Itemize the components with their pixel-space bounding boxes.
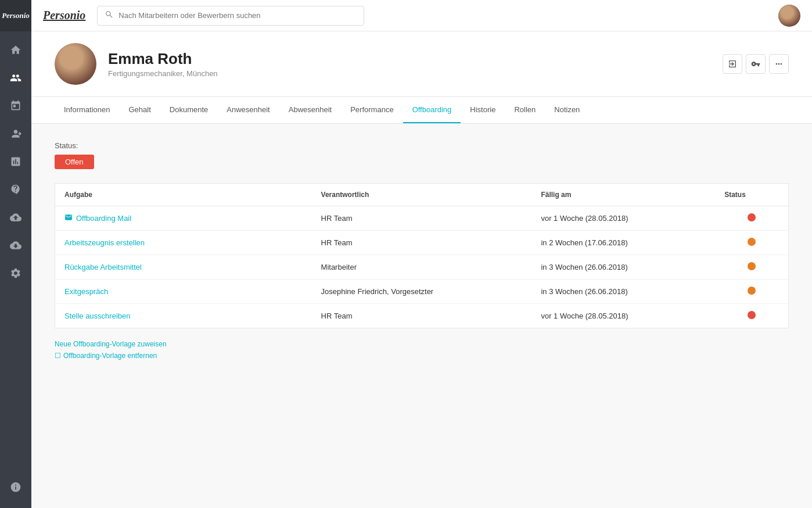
settings-icon [10, 267, 21, 279]
search-input[interactable] [118, 11, 357, 20]
due-cell: vor 1 Woche (28.05.2018) [531, 206, 715, 231]
responsible-cell: Mitarbeiter [312, 255, 532, 280]
status-dot [748, 262, 756, 270]
status-cell [715, 231, 788, 255]
task-link[interactable]: Arbeitszeugnis erstellen [64, 238, 303, 247]
responsible-cell: HR Team [312, 206, 532, 231]
tab-notizen[interactable]: Notizen [545, 97, 589, 123]
sidebar-item-upload[interactable] [0, 203, 31, 231]
status-cell [715, 206, 788, 231]
login-as-button[interactable] [723, 54, 742, 74]
status-section: Status: Offen [55, 141, 789, 169]
key-button[interactable] [746, 54, 766, 74]
download-icon [10, 239, 21, 251]
profile-actions [723, 54, 789, 74]
tab-historie[interactable]: Historie [461, 97, 505, 123]
logo-text: Personio [2, 11, 30, 20]
responsible-cell: HR Team [312, 231, 532, 255]
content-area: Status: Offen Aufgabe Verantwortlich Fäl… [31, 124, 812, 508]
sidebar-item-download[interactable] [0, 231, 31, 259]
employees-icon [10, 72, 21, 84]
table-row: Arbeitszeugnis erstellenHR Teamin 2 Woch… [55, 231, 789, 255]
mail-icon [64, 213, 73, 223]
remove-template-label: Offboarding-Vorlage entfernen [63, 352, 157, 360]
profile-header: Emma Roth Fertigungsmechaniker, München [31, 31, 812, 97]
task-table: Aufgabe Verantwortlich Fällig am Status … [55, 183, 789, 328]
task-link[interactable]: Offboarding Mail [64, 213, 303, 223]
main-area: Personio Emma Roth Fertigungsmechaniker,… [31, 0, 812, 508]
table-row: ExitgesprächJosephine Friedrich, Vorgese… [55, 280, 789, 304]
tab-performance[interactable]: Performance [341, 97, 403, 123]
search-bar[interactable] [97, 6, 364, 26]
sidebar-item-info[interactable] [0, 473, 31, 501]
tab-abwesenheit[interactable]: Abwesenheit [279, 97, 341, 123]
tab-offboarding[interactable]: Offboarding [403, 97, 461, 123]
avatar-image [778, 5, 800, 27]
status-dot [748, 311, 756, 319]
table-row: Offboarding MailHR Teamvor 1 Woche (28.0… [55, 206, 789, 231]
topnav-right [778, 5, 800, 27]
checkbox-icon: ☐ [55, 352, 61, 360]
assign-template-label: Neue Offboarding-Vorlage zuweisen [55, 340, 167, 348]
sidebar-item-calendar[interactable] [0, 92, 31, 120]
top-nav: Personio [31, 0, 812, 31]
tabs-bar: Informationen Gehalt Dokumente Anwesenhe… [31, 97, 812, 124]
recruiting-icon [10, 128, 21, 139]
task-link[interactable]: Exitgespräch [64, 287, 303, 296]
remove-template-link[interactable]: ☐Offboarding-Vorlage entfernen [55, 352, 789, 360]
due-cell: in 3 Wochen (26.06.2018) [531, 280, 715, 304]
status-cell [715, 304, 788, 328]
status-cell [715, 255, 788, 280]
status-dot [748, 213, 756, 221]
search-icon [105, 10, 114, 22]
profile-avatar [55, 43, 96, 85]
status-badge: Offen [55, 155, 94, 169]
sidebar-item-recruiting[interactable] [0, 120, 31, 148]
sidebar-item-settings[interactable] [0, 259, 31, 287]
tab-gehalt[interactable]: Gehalt [120, 97, 160, 123]
task-label: Offboarding Mail [76, 214, 131, 223]
sidebar: Personio [0, 0, 31, 508]
tab-rollen[interactable]: Rollen [505, 97, 545, 123]
home-icon [10, 44, 21, 56]
task-label: Exitgespräch [64, 287, 108, 296]
col-header-verantwortlich: Verantwortlich [312, 184, 532, 206]
due-cell: in 2 Wochen (17.06.2018) [531, 231, 715, 255]
sidebar-item-reports[interactable] [0, 148, 31, 176]
profile-name: Emma Roth [108, 50, 723, 68]
more-button[interactable] [769, 54, 789, 74]
user-avatar[interactable] [778, 5, 800, 27]
reports-icon [10, 156, 21, 167]
sidebar-item-home[interactable] [0, 36, 31, 64]
footer-actions: Neue Offboarding-Vorlage zuweisen ☐Offbo… [55, 340, 789, 360]
task-link[interactable]: Rückgabe Arbeitsmittel [64, 263, 303, 271]
responsible-cell: Josephine Friedrich, Vorgesetzter [312, 280, 532, 304]
profile-subtitle: Fertigungsmechaniker, München [108, 69, 723, 78]
sidebar-item-employees[interactable] [0, 64, 31, 92]
tab-dokumente[interactable]: Dokumente [160, 97, 217, 123]
upload-icon [10, 212, 21, 223]
sidebar-item-payroll[interactable] [0, 176, 31, 203]
due-cell: in 3 Wochen (26.06.2018) [531, 255, 715, 280]
sidebar-nav [0, 31, 31, 473]
due-cell: vor 1 Woche (28.05.2018) [531, 304, 715, 328]
col-header-aufgabe: Aufgabe [55, 184, 312, 206]
table-row: Rückgabe ArbeitsmittelMitarbeiterin 3 Wo… [55, 255, 789, 280]
status-dot [748, 287, 756, 295]
col-header-status: Status [715, 184, 788, 206]
assign-template-link[interactable]: Neue Offboarding-Vorlage zuweisen [55, 340, 789, 348]
info-icon [10, 481, 21, 493]
table-row: Stelle ausschreibenHR Teamvor 1 Woche (2… [55, 304, 789, 328]
responsible-cell: HR Team [312, 304, 532, 328]
status-label: Status: [55, 141, 789, 150]
sidebar-bottom [0, 473, 31, 508]
task-link[interactable]: Stelle ausschreiben [64, 312, 303, 320]
tab-anwesenheit[interactable]: Anwesenheit [217, 97, 279, 123]
tab-informationen[interactable]: Informationen [55, 97, 120, 123]
sidebar-logo: Personio [0, 0, 31, 31]
col-header-faellig: Fällig am [531, 184, 715, 206]
status-dot [748, 238, 756, 246]
calendar-icon [10, 100, 21, 112]
task-label: Stelle ausschreiben [64, 312, 130, 320]
task-label: Rückgabe Arbeitsmittel [64, 263, 142, 271]
